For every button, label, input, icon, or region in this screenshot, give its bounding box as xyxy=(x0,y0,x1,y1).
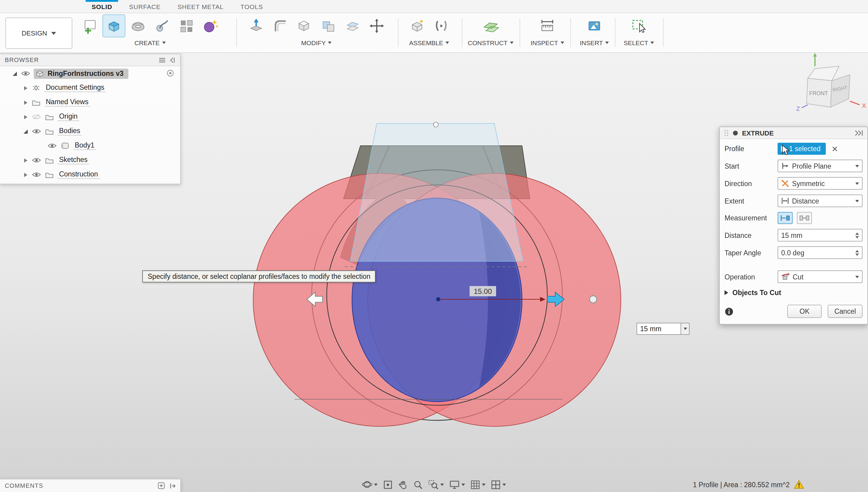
collapsed-triangle-icon[interactable] xyxy=(23,85,28,91)
direction-dropdown[interactable]: Symmetric xyxy=(778,177,863,190)
visibility-eye-icon[interactable] xyxy=(32,172,41,178)
distance-spinner[interactable] xyxy=(855,232,859,238)
construction-plane-button[interactable] xyxy=(479,15,502,37)
zoom-tool[interactable] xyxy=(413,479,423,489)
visibility-eye-icon[interactable] xyxy=(47,143,56,149)
browser-row-sketches[interactable]: Sketches xyxy=(0,153,180,167)
shell-button[interactable] xyxy=(293,15,316,37)
sweep-button[interactable] xyxy=(151,15,173,37)
chevron-down-icon[interactable] xyxy=(482,483,486,486)
workspace-switcher[interactable]: DESIGN xyxy=(5,18,72,49)
extent-dropdown[interactable]: Distance xyxy=(778,195,863,207)
create-sketch-button[interactable] xyxy=(78,15,101,37)
orbit-tool[interactable] xyxy=(362,479,378,490)
joint-button[interactable] xyxy=(430,15,453,37)
measure-button[interactable] xyxy=(536,15,559,37)
toolbar-group-create: CREATE xyxy=(76,15,224,46)
pan-tool[interactable] xyxy=(398,479,408,489)
activate-component-radio[interactable] xyxy=(166,69,174,77)
panel-expand-icon[interactable] xyxy=(169,483,175,489)
assemble-menu[interactable]: ASSEMBLE xyxy=(409,39,449,46)
revolve-button[interactable] xyxy=(126,15,149,37)
collapsed-triangle-icon[interactable] xyxy=(23,157,28,163)
rotate-handle[interactable] xyxy=(589,296,597,303)
taper-angle-input[interactable]: 0.0 deg xyxy=(778,246,863,259)
root-component-selected[interactable]: RingForInstructions v3 xyxy=(34,68,128,79)
measurement-half-button[interactable] xyxy=(778,212,793,224)
move-copy-button[interactable] xyxy=(365,15,388,37)
start-dropdown[interactable]: Profile Plane xyxy=(778,159,863,172)
browser-row-named-views[interactable]: Named Views xyxy=(0,95,180,109)
distance-input[interactable]: 15 mm xyxy=(778,229,863,242)
collapsed-triangle-icon[interactable] xyxy=(23,172,28,177)
collapsed-triangle-icon[interactable] xyxy=(23,114,28,120)
view-cube[interactable]: FRONT RIGHT Z X xyxy=(793,51,868,118)
viewports-tool[interactable] xyxy=(491,479,506,489)
visibility-eye-icon[interactable] xyxy=(21,71,30,76)
browser-header[interactable]: BROWSER xyxy=(0,54,180,66)
visibility-eye-icon[interactable] xyxy=(32,157,41,163)
distance-inline-input[interactable]: 15 mm xyxy=(636,323,689,335)
look-at-tool[interactable] xyxy=(383,479,393,489)
fillet-button[interactable] xyxy=(269,15,292,37)
cancel-button[interactable]: Cancel xyxy=(828,305,863,318)
tab-solid[interactable]: SOLID xyxy=(83,0,121,13)
chevron-down-icon[interactable] xyxy=(462,483,465,486)
toolbar-group-construct: CONSTRUCT xyxy=(474,15,508,46)
chevron-down-icon[interactable] xyxy=(440,483,444,486)
collapsed-triangle-icon[interactable] xyxy=(23,100,28,105)
clear-selection-icon[interactable]: ✕ xyxy=(831,145,838,153)
browser-row-document-settings[interactable]: Document Settings xyxy=(0,81,180,95)
visibility-eye-off-icon[interactable] xyxy=(32,114,41,120)
inspect-menu[interactable]: INSPECT xyxy=(531,39,564,46)
modify-menu[interactable]: MODIFY xyxy=(301,39,332,46)
tab-tools[interactable]: TOOLS xyxy=(232,0,272,13)
chevron-down-icon[interactable] xyxy=(502,483,506,486)
chevron-down-icon[interactable] xyxy=(374,483,378,486)
measurement-whole-button[interactable] xyxy=(797,212,812,224)
grid-snap-tool[interactable] xyxy=(470,479,486,489)
ok-button[interactable]: OK xyxy=(787,305,822,318)
tab-surface[interactable]: SURFACE xyxy=(121,0,169,13)
extrude-dialog-header[interactable]: EXTRUDE xyxy=(720,127,867,139)
display-settings-tool[interactable] xyxy=(449,479,465,489)
panel-collapse-icon[interactable] xyxy=(169,57,175,63)
operation-dropdown[interactable]: Cut xyxy=(778,270,863,283)
extent-value: Distance xyxy=(792,197,819,204)
browser-row-body1[interactable]: Body1 xyxy=(0,139,180,153)
insert-menu[interactable]: INSERT xyxy=(580,39,609,46)
browser-row-root[interactable]: RingForInstructions v3 xyxy=(0,66,180,81)
browser-row-origin[interactable]: Origin xyxy=(0,109,180,124)
combine-button[interactable] xyxy=(317,15,340,37)
browser-row-bodies[interactable]: Bodies xyxy=(0,124,180,139)
comments-panel[interactable]: COMMENTS xyxy=(0,479,181,492)
distance-inline-dropdown[interactable] xyxy=(681,323,689,335)
create-menu[interactable]: CREATE xyxy=(135,39,166,46)
select-menu[interactable]: SELECT xyxy=(624,39,654,46)
objects-to-cut-expander[interactable]: Objects To Cut xyxy=(720,288,867,296)
press-pull-button[interactable] xyxy=(245,15,267,37)
browser-row-construction[interactable]: Construction xyxy=(0,167,180,182)
new-component-button[interactable] xyxy=(406,15,428,37)
panel-menu-icon[interactable] xyxy=(159,57,166,63)
expanded-triangle-icon[interactable] xyxy=(23,128,28,134)
offset-face-button[interactable] xyxy=(341,15,364,37)
create-form-button[interactable] xyxy=(199,15,222,37)
add-comment-icon[interactable] xyxy=(158,482,165,489)
tab-surface-label: SURFACE xyxy=(129,3,161,10)
drag-grip-icon[interactable] xyxy=(724,129,729,137)
info-icon[interactable] xyxy=(725,307,733,316)
insert-button[interactable] xyxy=(583,15,606,37)
select-button[interactable] xyxy=(628,15,650,37)
expanded-triangle-icon[interactable] xyxy=(12,71,17,76)
distance-inline-value[interactable]: 15 mm xyxy=(636,323,681,335)
tab-sheet-metal[interactable]: SHEET METAL xyxy=(169,0,232,13)
extrude-button[interactable] xyxy=(102,15,125,37)
taper-spinner[interactable] xyxy=(855,250,859,256)
pattern-button[interactable] xyxy=(175,15,198,37)
construct-menu[interactable]: CONSTRUCT xyxy=(468,39,514,46)
dock-panel-icon[interactable] xyxy=(855,130,863,136)
visibility-eye-icon[interactable] xyxy=(32,128,41,134)
zoom-window-tool[interactable] xyxy=(428,479,444,489)
extent-handle[interactable] xyxy=(433,122,438,127)
